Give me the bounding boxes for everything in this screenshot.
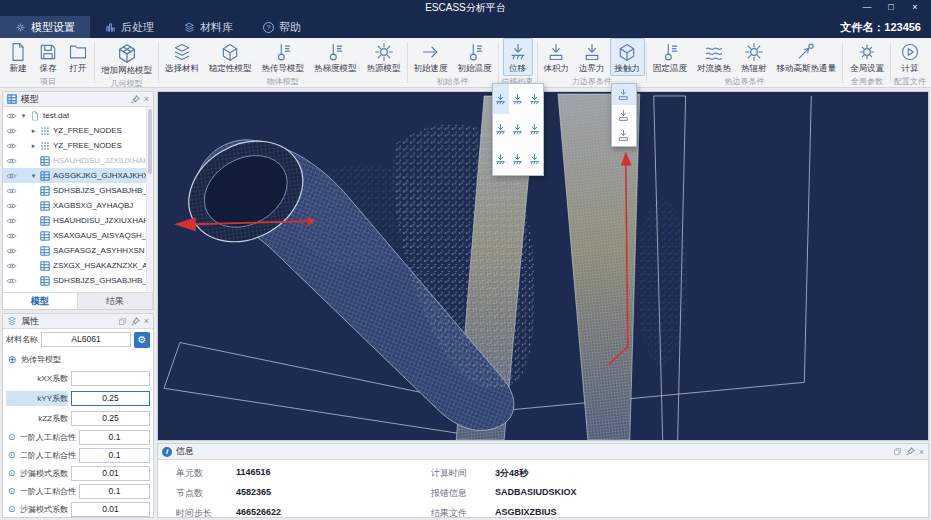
constraint-option-icon — [494, 93, 507, 106]
pin-icon[interactable] — [131, 317, 140, 326]
moving-gauss-flux-button[interactable]: 移动高斯热通量 — [772, 38, 842, 76]
scrollbar-thumb[interactable] — [148, 109, 152, 174]
displacement-option[interactable] — [493, 145, 510, 175]
info-label: 单元数 — [176, 467, 236, 480]
visibility-icon[interactable] — [6, 262, 17, 270]
caret-down-icon[interactable]: ▾ — [20, 112, 27, 120]
contact-option[interactable] — [612, 105, 636, 126]
viscosity1b-field[interactable]: 0.1 — [79, 484, 150, 499]
visibility-icon[interactable] — [6, 112, 17, 120]
fixed-temperature-button[interactable]: 固定温度 — [648, 38, 692, 76]
displacement-button[interactable]: 位移 — [503, 38, 533, 76]
float-icon[interactable] — [118, 317, 127, 326]
visibility-icon[interactable] — [6, 142, 17, 150]
constraint-option-icon — [511, 153, 524, 166]
material-name-field[interactable]: AL6061 — [41, 332, 131, 347]
tab-material-library[interactable]: 材料库 — [169, 16, 248, 38]
visibility-icon[interactable] — [6, 217, 17, 225]
stability-model-button[interactable]: 稳定性模型 — [204, 38, 257, 76]
tab-results[interactable]: 结果 — [78, 293, 153, 309]
mesh-part-icon — [40, 276, 50, 286]
tree-item[interactable]: SDHSBJZS_GHSABJHB_ZAHJ — [3, 183, 153, 198]
visibility-icon[interactable] — [6, 232, 17, 240]
radiation-button[interactable]: 热辐射 — [736, 38, 772, 76]
kxx-field[interactable] — [71, 371, 150, 386]
body-force-button[interactable]: 体积力 — [539, 38, 575, 76]
displacement-option[interactable] — [509, 84, 526, 114]
compute-button[interactable]: 计算 — [895, 38, 925, 76]
tree-item[interactable]: ▸ YZ_FREE_NODES — [3, 138, 153, 153]
tree-item-selected[interactable]: ▾ AGSGKJKG_GJHXAJKHXA — [3, 168, 153, 183]
displacement-option[interactable] — [526, 84, 543, 114]
tree-item[interactable]: XSAXGAUS_AISYAQSH_ASHX — [3, 228, 153, 243]
displacement-option[interactable] — [526, 114, 543, 144]
save-button[interactable]: 保存 — [33, 38, 63, 76]
boundary-force-button[interactable]: 边界力 — [574, 38, 610, 76]
tab-model-settings[interactable]: 模型设置 — [0, 16, 90, 38]
close-icon[interactable]: × — [144, 94, 149, 104]
tree-root-item[interactable]: ▾ test.dat — [3, 108, 153, 123]
expand-icon[interactable]: ⊕ — [6, 354, 18, 365]
tree-item[interactable]: ▸ YZ_FREE_NODES — [3, 123, 153, 138]
contact-force-button[interactable]: 接触力 — [610, 38, 646, 76]
global-settings-button[interactable]: 全局设置 — [845, 38, 889, 76]
kzz-field[interactable]: 0.25 — [71, 411, 150, 426]
tree-scrollbar[interactable] — [146, 107, 153, 292]
add-mesh-model-button[interactable]: 增加网格模型 — [96, 38, 157, 78]
material-settings-button[interactable]: ⚙ — [134, 332, 150, 348]
pin-icon[interactable] — [131, 95, 140, 104]
float-icon[interactable] — [893, 447, 902, 456]
tree-item[interactable]: HSAUHDISU_JZXIUXHAHX — [3, 213, 153, 228]
visibility-icon[interactable] — [6, 157, 17, 165]
caret-right-icon[interactable]: ▸ — [30, 127, 37, 135]
open-button[interactable]: 打开 — [63, 38, 93, 76]
heat-gradient-model-button[interactable]: 热梯度模型 — [309, 38, 362, 76]
tab-help[interactable]: ? 帮助 — [248, 16, 316, 38]
new-button[interactable]: 新建 — [3, 38, 33, 76]
section-heat-conduction[interactable]: ⊕ 热传导模型 — [3, 350, 153, 368]
visibility-icon[interactable] — [6, 202, 17, 210]
tree-item[interactable]: XAGBSXG_AYHAQBJ — [3, 198, 153, 213]
heat-conduction-model-button[interactable]: 热传导模型 — [257, 38, 310, 76]
caret-right-icon[interactable]: ▸ — [30, 142, 37, 150]
hourglass-field[interactable]: 0.01 — [71, 466, 150, 481]
properties-panel: 属性 × 材料名称 AL6061 ⚙ ⊕ 热传导模型 kXX系数 kYY系数 0… — [2, 313, 154, 518]
initial-temperature-button[interactable]: 初始温度 — [453, 38, 497, 76]
heat-source-model-button[interactable]: 热源模型 — [362, 38, 406, 76]
displacement-option[interactable] — [509, 145, 526, 175]
displacement-option[interactable] — [493, 84, 510, 114]
initial-velocity-button[interactable]: 初始速度 — [409, 38, 453, 76]
contact-option[interactable] — [612, 84, 636, 105]
convection-button[interactable]: 对流换热 — [692, 38, 736, 76]
visibility-icon[interactable] — [6, 187, 17, 195]
tree-item[interactable]: SDHSBJZS_GHSABJHB_ZAHJ — [3, 273, 153, 288]
maximize-button[interactable]: □ — [879, 0, 903, 16]
displacement-option[interactable] — [493, 114, 510, 144]
field-label: kYY系数 — [6, 391, 68, 406]
tree-item[interactable]: HSAUHDISU_JZXIUXHAHX — [3, 153, 153, 168]
close-icon[interactable]: × — [144, 316, 149, 326]
viscosity2-field[interactable]: 0.1 — [79, 448, 150, 463]
visibility-icon[interactable] — [6, 247, 17, 255]
initial-velocity-icon — [421, 42, 441, 62]
caret-down-icon[interactable]: ▾ — [30, 172, 37, 180]
hourglass2-field[interactable]: 0.01 — [71, 502, 150, 517]
minimize-button[interactable]: — — [855, 0, 879, 16]
visibility-icon[interactable] — [6, 172, 17, 180]
visibility-icon[interactable] — [6, 127, 17, 135]
contact-option[interactable] — [612, 125, 636, 146]
tab-post-processing[interactable]: 后处理 — [90, 16, 169, 38]
tree-item[interactable]: ZSXGX_HSAKAZNZXK_AHASX — [3, 258, 153, 273]
select-material-button[interactable]: 选择材料 — [160, 38, 204, 76]
displacement-option[interactable] — [509, 114, 526, 144]
visibility-icon[interactable] — [6, 277, 17, 285]
displacement-option[interactable] — [526, 145, 543, 175]
close-button[interactable]: × — [903, 0, 927, 16]
tree-item[interactable]: SAGFASGZ_ASYHHXSN — [3, 243, 153, 258]
tab-model[interactable]: 模型 — [3, 293, 78, 309]
group-label: 配置文件 — [892, 76, 928, 89]
close-icon[interactable]: × — [919, 447, 924, 457]
kyy-field[interactable]: 0.25 — [71, 391, 150, 406]
viscosity1-field[interactable]: 0.1 — [79, 430, 150, 445]
pin-icon[interactable] — [906, 447, 915, 456]
